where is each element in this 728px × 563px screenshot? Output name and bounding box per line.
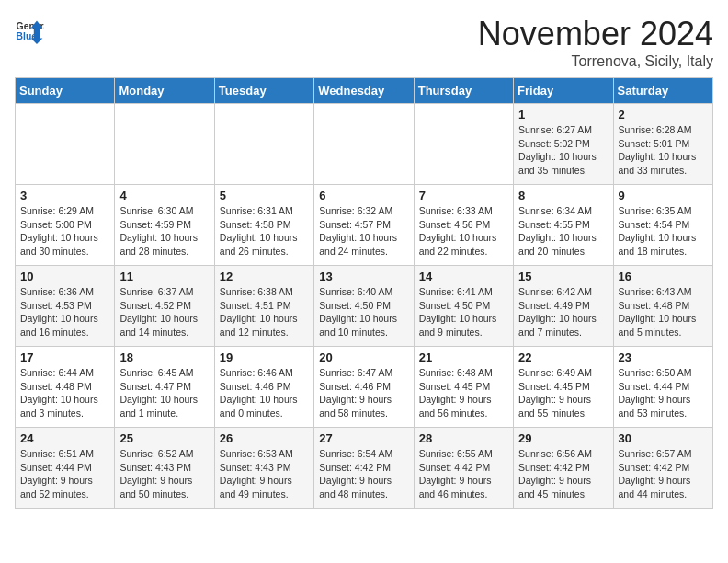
day-number: 17: [20, 350, 109, 364]
week-row-1: 1Sunrise: 6:27 AM Sunset: 5:02 PM Daylig…: [16, 104, 713, 185]
day-info: Sunrise: 6:33 AM Sunset: 4:56 PM Dayligh…: [419, 204, 508, 259]
day-number: 25: [119, 431, 209, 445]
page-header: General Blue November 2024 Torrenova, Si…: [15, 15, 713, 70]
day-number: 8: [518, 189, 608, 202]
day-number: 24: [20, 431, 109, 445]
calendar-cell: 2Sunrise: 6:28 AM Sunset: 5:01 PM Daylig…: [613, 104, 712, 185]
day-info: Sunrise: 6:34 AM Sunset: 4:55 PM Dayligh…: [518, 204, 608, 259]
day-number: 19: [220, 350, 309, 364]
calendar-cell: 4Sunrise: 6:30 AM Sunset: 4:59 PM Daylig…: [115, 185, 214, 266]
day-number: 16: [619, 270, 708, 283]
day-number: 26: [220, 431, 309, 445]
calendar-cell: 9Sunrise: 6:35 AM Sunset: 4:54 PM Daylig…: [613, 185, 712, 266]
calendar-cell: 11Sunrise: 6:37 AM Sunset: 4:52 PM Dayli…: [115, 266, 214, 347]
day-info: Sunrise: 6:55 AM Sunset: 4:42 PM Dayligh…: [419, 447, 508, 501]
day-number: 5: [220, 189, 309, 202]
calendar-cell: 18Sunrise: 6:45 AM Sunset: 4:47 PM Dayli…: [115, 347, 214, 428]
header-tuesday: Tuesday: [214, 78, 313, 104]
calendar-cell: 7Sunrise: 6:33 AM Sunset: 4:56 PM Daylig…: [414, 185, 513, 266]
day-number: 28: [419, 431, 508, 445]
day-info: Sunrise: 6:28 AM Sunset: 5:01 PM Dayligh…: [619, 123, 708, 178]
day-number: 6: [319, 189, 408, 202]
day-number: 21: [419, 350, 508, 364]
day-info: Sunrise: 6:49 AM Sunset: 4:45 PM Dayligh…: [518, 366, 608, 420]
calendar-cell: [115, 104, 214, 185]
calendar-table: SundayMondayTuesdayWednesdayThursdayFrid…: [15, 77, 713, 509]
day-number: 2: [619, 108, 708, 121]
calendar-cell: 1Sunrise: 6:27 AM Sunset: 5:02 PM Daylig…: [514, 104, 613, 185]
day-number: 14: [419, 270, 508, 283]
days-header-row: SundayMondayTuesdayWednesdayThursdayFrid…: [16, 78, 713, 104]
week-row-4: 17Sunrise: 6:44 AM Sunset: 4:48 PM Dayli…: [16, 347, 713, 428]
day-info: Sunrise: 6:36 AM Sunset: 4:53 PM Dayligh…: [20, 285, 109, 339]
header-wednesday: Wednesday: [314, 78, 414, 104]
calendar-cell: 15Sunrise: 6:42 AM Sunset: 4:49 PM Dayli…: [514, 266, 613, 347]
day-info: Sunrise: 6:40 AM Sunset: 4:50 PM Dayligh…: [319, 285, 408, 339]
day-info: Sunrise: 6:47 AM Sunset: 4:46 PM Dayligh…: [319, 366, 408, 420]
day-info: Sunrise: 6:31 AM Sunset: 4:58 PM Dayligh…: [220, 204, 309, 259]
day-number: 18: [119, 350, 209, 364]
calendar-cell: [16, 104, 115, 185]
day-number: 12: [220, 270, 309, 283]
calendar-cell: 19Sunrise: 6:46 AM Sunset: 4:46 PM Dayli…: [214, 347, 313, 428]
day-number: 3: [20, 189, 109, 202]
week-row-5: 24Sunrise: 6:51 AM Sunset: 4:44 PM Dayli…: [16, 428, 713, 509]
calendar-cell: 22Sunrise: 6:49 AM Sunset: 4:45 PM Dayli…: [514, 347, 613, 428]
calendar-cell: 21Sunrise: 6:48 AM Sunset: 4:45 PM Dayli…: [414, 347, 513, 428]
day-info: Sunrise: 6:43 AM Sunset: 4:48 PM Dayligh…: [619, 285, 708, 339]
calendar-cell: 26Sunrise: 6:53 AM Sunset: 4:43 PM Dayli…: [214, 428, 313, 509]
calendar-cell: 29Sunrise: 6:56 AM Sunset: 4:42 PM Dayli…: [514, 428, 613, 509]
calendar-cell: 13Sunrise: 6:40 AM Sunset: 4:50 PM Dayli…: [314, 266, 414, 347]
day-info: Sunrise: 6:57 AM Sunset: 4:42 PM Dayligh…: [619, 447, 708, 501]
calendar-subtitle: Torrenova, Sicily, Italy: [478, 53, 713, 70]
calendar-cell: 25Sunrise: 6:52 AM Sunset: 4:43 PM Dayli…: [115, 428, 214, 509]
logo: General Blue: [15, 15, 44, 44]
day-number: 15: [518, 270, 608, 283]
day-info: Sunrise: 6:38 AM Sunset: 4:51 PM Dayligh…: [220, 285, 309, 339]
day-info: Sunrise: 6:45 AM Sunset: 4:47 PM Dayligh…: [119, 366, 209, 420]
calendar-cell: [214, 104, 313, 185]
calendar-title: November 2024: [478, 15, 713, 53]
calendar-cell: 5Sunrise: 6:31 AM Sunset: 4:58 PM Daylig…: [214, 185, 313, 266]
title-block: November 2024 Torrenova, Sicily, Italy: [478, 15, 713, 70]
day-number: 29: [518, 431, 608, 445]
calendar-cell: 30Sunrise: 6:57 AM Sunset: 4:42 PM Dayli…: [613, 428, 712, 509]
day-info: Sunrise: 6:53 AM Sunset: 4:43 PM Dayligh…: [220, 447, 309, 501]
header-monday: Monday: [115, 78, 214, 104]
calendar-cell: 16Sunrise: 6:43 AM Sunset: 4:48 PM Dayli…: [613, 266, 712, 347]
day-info: Sunrise: 6:37 AM Sunset: 4:52 PM Dayligh…: [119, 285, 209, 339]
day-info: Sunrise: 6:54 AM Sunset: 4:42 PM Dayligh…: [319, 447, 408, 501]
header-sunday: Sunday: [16, 78, 115, 104]
day-info: Sunrise: 6:35 AM Sunset: 4:54 PM Dayligh…: [619, 204, 708, 259]
calendar-cell: 17Sunrise: 6:44 AM Sunset: 4:48 PM Dayli…: [16, 347, 115, 428]
calendar-cell: 12Sunrise: 6:38 AM Sunset: 4:51 PM Dayli…: [214, 266, 313, 347]
calendar-cell: 14Sunrise: 6:41 AM Sunset: 4:50 PM Dayli…: [414, 266, 513, 347]
header-saturday: Saturday: [613, 78, 712, 104]
day-info: Sunrise: 6:51 AM Sunset: 4:44 PM Dayligh…: [20, 447, 109, 501]
calendar-cell: 23Sunrise: 6:50 AM Sunset: 4:44 PM Dayli…: [613, 347, 712, 428]
calendar-cell: 24Sunrise: 6:51 AM Sunset: 4:44 PM Dayli…: [16, 428, 115, 509]
day-info: Sunrise: 6:32 AM Sunset: 4:57 PM Dayligh…: [319, 204, 408, 259]
day-number: 9: [619, 189, 708, 202]
calendar-cell: 3Sunrise: 6:29 AM Sunset: 5:00 PM Daylig…: [16, 185, 115, 266]
day-info: Sunrise: 6:42 AM Sunset: 4:49 PM Dayligh…: [518, 285, 608, 339]
day-info: Sunrise: 6:52 AM Sunset: 4:43 PM Dayligh…: [119, 447, 209, 501]
day-number: 22: [518, 350, 608, 364]
calendar-cell: [414, 104, 513, 185]
calendar-cell: 8Sunrise: 6:34 AM Sunset: 4:55 PM Daylig…: [514, 185, 613, 266]
day-info: Sunrise: 6:50 AM Sunset: 4:44 PM Dayligh…: [619, 366, 708, 420]
day-info: Sunrise: 6:56 AM Sunset: 4:42 PM Dayligh…: [518, 447, 608, 501]
day-info: Sunrise: 6:27 AM Sunset: 5:02 PM Dayligh…: [518, 123, 608, 178]
calendar-cell: 28Sunrise: 6:55 AM Sunset: 4:42 PM Dayli…: [414, 428, 513, 509]
day-number: 20: [319, 350, 408, 364]
header-thursday: Thursday: [414, 78, 513, 104]
day-number: 27: [319, 431, 408, 445]
calendar-cell: 27Sunrise: 6:54 AM Sunset: 4:42 PM Dayli…: [314, 428, 414, 509]
day-info: Sunrise: 6:44 AM Sunset: 4:48 PM Dayligh…: [20, 366, 109, 420]
calendar-cell: 20Sunrise: 6:47 AM Sunset: 4:46 PM Dayli…: [314, 347, 414, 428]
day-number: 13: [319, 270, 408, 283]
week-row-2: 3Sunrise: 6:29 AM Sunset: 5:00 PM Daylig…: [16, 185, 713, 266]
day-info: Sunrise: 6:30 AM Sunset: 4:59 PM Dayligh…: [119, 204, 209, 259]
day-number: 11: [119, 270, 209, 283]
day-info: Sunrise: 6:41 AM Sunset: 4:50 PM Dayligh…: [419, 285, 508, 339]
